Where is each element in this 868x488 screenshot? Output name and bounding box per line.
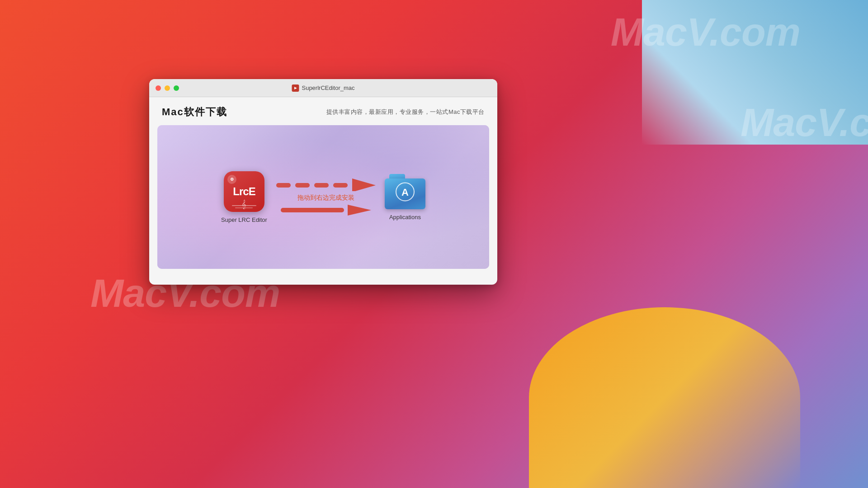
dmg-install-area: ⚙ LrcE 𝄞 Super LRC Editor xyxy=(157,125,489,269)
close-button[interactable] xyxy=(156,85,161,91)
app-icon-lrc-text: LrcE xyxy=(233,186,255,197)
svg-text:A: A xyxy=(401,186,409,197)
app-icon: ⚙ LrcE 𝄞 xyxy=(224,171,264,212)
drag-instruction-text: 拖动到右边完成安装 xyxy=(297,194,354,202)
folder-icon: A xyxy=(385,174,425,209)
bg-blob-orange xyxy=(529,307,800,488)
app-icon-badge: ⚙ xyxy=(227,175,236,184)
site-subtitle: 提供丰富内容，最新应用，专业服务，一站式Mac下载平台 xyxy=(326,108,485,116)
folder-body: A xyxy=(385,178,425,209)
window-title-text: SuperlrCEditor_mac xyxy=(302,84,354,91)
svg-rect-0 xyxy=(276,183,291,188)
traffic-lights xyxy=(156,85,179,91)
solid-arrow-svg xyxy=(281,205,371,216)
titlebar-app-icon: ▶ xyxy=(292,84,299,92)
titlebar: ▶ SuperlrCEditor_mac xyxy=(149,79,497,97)
app-icon-inner: ⚙ LrcE 𝄞 xyxy=(224,171,264,212)
minimize-button[interactable] xyxy=(165,85,170,91)
app-name-label: Super LRC Editor xyxy=(221,216,267,223)
svg-rect-5 xyxy=(281,208,344,212)
site-title: Mac软件下载 xyxy=(162,105,227,119)
maximize-button[interactable] xyxy=(174,85,179,91)
svg-rect-3 xyxy=(333,183,348,188)
folder-app-symbol-svg: A xyxy=(394,180,416,203)
watermark-top: MacV.com xyxy=(611,9,800,55)
titlebar-title: ▶ SuperlrCEditor_mac xyxy=(292,84,354,92)
app-icon-wrapper: ⚙ LrcE 𝄞 Super LRC Editor xyxy=(221,171,267,223)
content-header: Mac软件下载 提供丰富内容，最新应用，专业服务，一站式Mac下载平台 xyxy=(149,97,497,125)
mac-window: ▶ SuperlrCEditor_mac Mac软件下载 提供丰富内容，最新应用… xyxy=(149,79,497,285)
dashed-arrows-svg xyxy=(276,178,376,191)
watermark-right: MacV.co xyxy=(741,99,868,145)
install-content: ⚙ LrcE 𝄞 Super LRC Editor xyxy=(221,171,425,223)
svg-marker-6 xyxy=(348,205,371,216)
arrow-area: 拖动到右边完成安装 xyxy=(276,178,376,216)
svg-marker-4 xyxy=(352,178,376,191)
svg-rect-1 xyxy=(295,183,310,188)
svg-rect-2 xyxy=(314,183,329,188)
applications-folder-label: Applications xyxy=(389,214,421,221)
applications-folder-wrapper: A Applications xyxy=(385,174,425,221)
